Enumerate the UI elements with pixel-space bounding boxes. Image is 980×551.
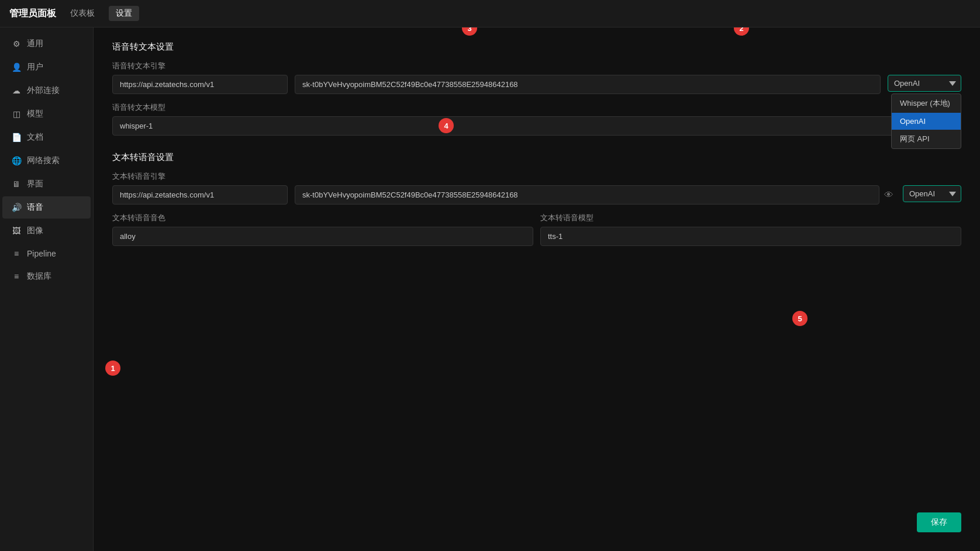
stt-engine-label: 语音转文本引擎: [112, 61, 961, 71]
header: 管理员面板 仪表板 设置: [0, 0, 980, 27]
gear-icon: ⚙: [12, 39, 21, 48]
sidebar-item-document[interactable]: 📄 文档: [2, 126, 91, 148]
page-title: 管理员面板: [9, 8, 56, 20]
stt-url-input[interactable]: [112, 75, 288, 94]
tts-section: 文本转语音设置 文本转语音引擎 👁 OpenAI 文本转语音音色: [112, 152, 961, 246]
sidebar: ⚙ 通用 👤 用户 ☁ 外部连接 ◫ 模型 📄 文档 🌐 网络搜索 🖥 界面 🔊: [0, 27, 94, 551]
stt-engine-row: Whisper (本地) OpenAI 网页 API Whisper (本地) …: [112, 75, 961, 94]
sidebar-item-general[interactable]: ⚙ 通用: [2, 33, 91, 55]
annotation-5: 5: [792, 311, 808, 326]
tts-voice-model-row: 文本转语音音色 文本转语音模型: [112, 213, 961, 246]
sidebar-item-voice[interactable]: 🔊 语音: [2, 196, 91, 219]
tts-model-group: 文本转语音模型: [540, 213, 961, 246]
save-button[interactable]: 保存: [917, 512, 961, 532]
annotation-1: 1: [105, 361, 120, 376]
annotation-2: 2: [734, 27, 749, 36]
tts-voice-group: 文本转语音音色: [112, 213, 533, 246]
stt-section: 语音转文本设置 语音转文本引擎 Whisper (本地) OpenAI 网页 A…: [112, 41, 961, 136]
web-icon: 🌐: [12, 156, 21, 165]
sidebar-label-image: 图像: [27, 226, 43, 236]
stt-section-title: 语音转文本设置: [112, 41, 961, 53]
stt-engine-dropdown-menu: Whisper (本地) OpenAI 网页 API: [891, 93, 961, 149]
voice-icon: 🔊: [12, 203, 21, 212]
sidebar-label-database: 数据库: [27, 271, 51, 282]
tab-dashboard[interactable]: 仪表板: [63, 6, 102, 21]
stt-engine-select[interactable]: Whisper (本地) OpenAI 网页 API: [888, 75, 961, 92]
tts-url-input[interactable]: [112, 185, 288, 205]
sidebar-item-external[interactable]: ☁ 外部连接: [2, 79, 91, 102]
sidebar-item-pipeline[interactable]: ≡ Pipeline: [2, 243, 91, 264]
annotation-3: 3: [462, 27, 477, 36]
stt-model-label: 语音转文本模型: [112, 102, 961, 113]
pipeline-icon: ≡: [12, 249, 21, 258]
tts-model-input[interactable]: [540, 227, 961, 246]
stt-model-input[interactable]: [112, 116, 961, 136]
sidebar-label-external: 外部连接: [27, 85, 60, 96]
sidebar-item-ui[interactable]: 🖥 界面: [2, 173, 91, 195]
tts-voice-input[interactable]: [112, 227, 533, 246]
tts-engine-row: 👁 OpenAI: [112, 185, 961, 205]
cloud-icon: ☁: [12, 86, 21, 95]
document-icon: 📄: [12, 133, 21, 142]
main-content: 语音转文本设置 语音转文本引擎 Whisper (本地) OpenAI 网页 A…: [94, 27, 980, 551]
stt-key-input[interactable]: [295, 75, 881, 94]
tts-voice-label: 文本转语音音色: [112, 213, 533, 223]
tts-engine-select[interactable]: OpenAI: [903, 185, 961, 202]
sidebar-item-image[interactable]: 🖼 图像: [2, 220, 91, 242]
sidebar-item-database[interactable]: ≡ 数据库: [2, 265, 91, 287]
stt-menu-openai[interactable]: OpenAI: [892, 113, 961, 130]
model-icon: ◫: [12, 109, 21, 119]
stt-model-row: [112, 116, 961, 136]
tab-settings[interactable]: 设置: [109, 6, 139, 21]
tts-key-row: 👁: [295, 185, 896, 205]
database-icon: ≡: [12, 272, 21, 281]
sidebar-label-voice: 语音: [27, 202, 43, 213]
stt-menu-whisper[interactable]: Whisper (本地): [892, 94, 961, 113]
sidebar-label-ui: 界面: [27, 179, 43, 189]
tts-engine-label: 文本转语音引擎: [112, 171, 961, 182]
sidebar-label-general: 通用: [27, 39, 43, 49]
sidebar-label-pipeline: Pipeline: [27, 249, 56, 258]
tts-key-toggle-btn[interactable]: 👁: [882, 188, 896, 203]
tts-model-label: 文本转语音模型: [540, 213, 961, 223]
sidebar-label-document: 文档: [27, 132, 43, 143]
layout: ⚙ 通用 👤 用户 ☁ 外部连接 ◫ 模型 📄 文档 🌐 网络搜索 🖥 界面 🔊: [0, 27, 980, 551]
user-icon: 👤: [12, 63, 21, 72]
sidebar-label-model: 模型: [27, 109, 43, 119]
tts-section-title: 文本转语音设置: [112, 152, 961, 163]
tts-key-input[interactable]: [295, 185, 879, 205]
sidebar-label-websearch: 网络搜索: [27, 155, 60, 166]
ui-icon: 🖥: [12, 179, 21, 189]
sidebar-item-user[interactable]: 👤 用户: [2, 56, 91, 78]
image-icon: 🖼: [12, 226, 21, 235]
stt-menu-webapi[interactable]: 网页 API: [892, 130, 961, 148]
sidebar-item-model[interactable]: ◫ 模型: [2, 103, 91, 125]
sidebar-item-websearch[interactable]: 🌐 网络搜索: [2, 150, 91, 172]
sidebar-label-user: 用户: [27, 62, 43, 72]
stt-engine-dropdown-wrapper: Whisper (本地) OpenAI 网页 API Whisper (本地) …: [888, 75, 961, 92]
